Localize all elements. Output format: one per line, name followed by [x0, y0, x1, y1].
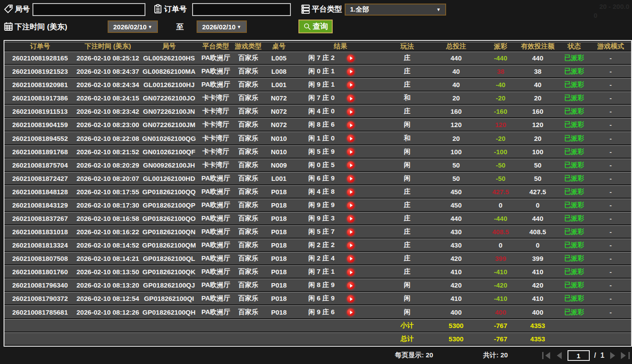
replay-play-icon[interactable] [347, 295, 354, 303]
cell-game-no: GL001262100HJ [140, 78, 198, 91]
search-icon [303, 23, 311, 31]
cell-valid-bet: 427.5 [517, 185, 558, 198]
replay-play-icon[interactable] [347, 108, 354, 116]
cell-game-mode: - [590, 185, 631, 198]
cell-bet-time: 2026-02-10 08:12:26 [76, 305, 140, 318]
cell-table-no: P018 [263, 212, 295, 224]
replay-play-icon[interactable] [347, 81, 354, 89]
replay-play-icon[interactable] [347, 308, 354, 316]
first-page-button[interactable] [544, 352, 551, 359]
table-row: 2602100818075082026-02-10 08:14:21GP0182… [4, 252, 631, 264]
cell-total-bet: 20 [428, 92, 484, 104]
cell-bet-time: 2026-02-10 08:14:21 [76, 252, 140, 264]
cell-game-mode: - [590, 279, 631, 291]
cell-table-no: P018 [263, 265, 295, 278]
cell-payout: 400 [484, 305, 517, 318]
replay-play-icon[interactable] [347, 202, 354, 209]
cell-platform: PA欧洲厅 [198, 78, 233, 91]
replay-play-icon[interactable] [347, 95, 354, 102]
cell-game-no: GP018262100QQ [140, 185, 198, 198]
replay-play-icon[interactable] [347, 68, 354, 76]
cell-order-no: 260210081843129 [4, 199, 76, 211]
next-page-button[interactable] [609, 352, 616, 359]
cell-result: 闲 9 庄 9 [295, 199, 386, 211]
table-row: 2602100817903722026-02-10 08:12:54GP0182… [4, 292, 631, 304]
game-no-input[interactable] [32, 3, 145, 16]
date-to-button[interactable]: 2026/02/10 ▼ [197, 20, 247, 33]
result-wrap: 闲 5 庄 9 [296, 146, 385, 158]
table-row: 2602100819281652026-02-10 08:25:12GL0052… [4, 52, 631, 64]
cell-table-no: L005 [263, 52, 295, 64]
table-row: 2602100818133242026-02-10 08:14:52GP0182… [4, 239, 631, 251]
prev-page-button[interactable] [556, 352, 563, 359]
cell-status: 已派彩 [558, 65, 590, 77]
per-page-label: 每页显示: 20 [395, 351, 433, 360]
replay-play-icon[interactable] [347, 135, 354, 142]
cell-valid-bet: 120 [517, 118, 558, 131]
cell-valid-bet: 400 [517, 305, 558, 318]
replay-wrap [347, 148, 385, 156]
replay-play-icon[interactable] [347, 121, 354, 129]
cell-bet-time: 2026-02-10 08:14:52 [76, 239, 140, 251]
cell-game-no: GP018262100QN [140, 225, 198, 238]
cell-total-bet: 420 [428, 252, 484, 264]
cell-game-mode: - [590, 78, 631, 91]
cell-table-no: P018 [263, 305, 295, 318]
total-row-blank [4, 332, 386, 345]
replay-play-icon[interactable] [347, 228, 354, 236]
cell-payout: 399 [484, 252, 517, 264]
replay-play-icon[interactable] [347, 255, 354, 263]
page-input[interactable] [568, 350, 590, 361]
replay-play-icon[interactable] [347, 242, 354, 249]
cell-game-no: GP018262100QK [140, 265, 198, 278]
result-text: 闲 6 庄 9 [296, 174, 347, 183]
result-text: 闲 8 庄 6 [296, 120, 347, 129]
replay-wrap [347, 161, 385, 169]
cell-game-type: 百家乐 [233, 92, 263, 104]
cell-play-type: 庄 [386, 225, 428, 238]
date-from-button[interactable]: 2026/02/10 ▼ [108, 20, 158, 33]
cell-status: 已派彩 [558, 305, 590, 318]
cell-status: 已派彩 [558, 225, 590, 238]
replay-play-icon[interactable] [347, 215, 354, 223]
replay-play-icon[interactable] [347, 55, 354, 62]
search-button[interactable]: 查询 [298, 20, 333, 33]
order-no-input[interactable] [192, 3, 291, 16]
result-wrap: 闲 6 庄 9 [296, 172, 385, 184]
cell-bet-time: 2026-02-10 08:16:58 [76, 212, 140, 224]
pagination: / 1 [544, 350, 628, 361]
cell-order-no: 260210081790372 [4, 292, 76, 304]
cell-result: 闲 9 庄 1 [295, 78, 386, 91]
platform-select[interactable]: 1.全部 ▼ [345, 4, 446, 16]
last-page-button[interactable] [620, 352, 628, 359]
replay-play-icon[interactable] [347, 282, 354, 289]
cell-bet-time: 2026-02-10 08:20:29 [76, 159, 140, 171]
cell-payout: -20 [484, 92, 517, 104]
cell-status: 已派彩 [558, 292, 590, 304]
chevron-down-icon: ▼ [436, 7, 441, 12]
game-no-label: 局号 [15, 4, 30, 14]
cell-order-no: 260210081911513 [4, 105, 76, 117]
cell-game-mode: - [590, 145, 631, 158]
replay-play-icon[interactable] [347, 161, 354, 169]
replay-wrap [347, 174, 385, 183]
cell-table-no: L008 [263, 65, 295, 77]
cell-bet-time: 2026-02-10 08:22:08 [76, 132, 140, 144]
result-wrap: 闲 1 庄 0 [296, 132, 385, 144]
subtotal-row-bet: 5300 [428, 319, 484, 332]
replay-play-icon[interactable] [347, 148, 354, 156]
cell-platform: PA欧洲厅 [198, 185, 233, 198]
cell-status: 已派彩 [558, 239, 590, 251]
replay-play-icon[interactable] [347, 188, 354, 196]
cell-total-bet: 50 [428, 172, 484, 184]
table-row: 2602100819209812026-02-10 08:24:34GL0012… [4, 78, 631, 91]
replay-play-icon[interactable] [347, 175, 354, 183]
replay-play-icon[interactable] [347, 268, 354, 276]
cell-play-type: 闲 [386, 292, 428, 304]
server-icon [301, 4, 310, 14]
subtotal-row-payout: -767 [484, 319, 517, 332]
cell-play-type: 闲 [386, 172, 428, 184]
replay-wrap [347, 308, 385, 316]
cell-game-mode: - [590, 252, 631, 264]
cell-play-type: 庄 [386, 185, 428, 198]
